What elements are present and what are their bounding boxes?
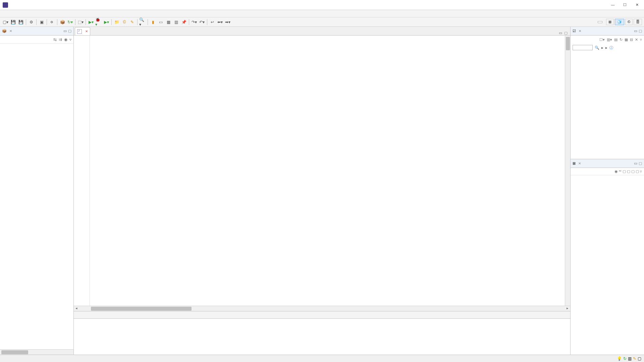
view-maximize-button[interactable]: ▢: [639, 161, 642, 166]
task-list-header: ☑ ✕ ▭ ▢: [571, 27, 644, 36]
toggle-block-button[interactable]: ▭: [157, 19, 164, 25]
console-content: [74, 319, 570, 355]
view-minimize-button[interactable]: ▭: [63, 29, 67, 33]
package-explorer-tree[interactable]: [0, 44, 73, 349]
view-minimize-button[interactable]: ▭: [634, 161, 637, 166]
hide-fields-button[interactable]: ▢: [623, 169, 626, 174]
close-button[interactable]: ✕: [634, 3, 640, 7]
new-source-button[interactable]: ✎: [129, 19, 136, 25]
database-perspective-button[interactable]: 🗄: [634, 19, 642, 25]
link-editor-button[interactable]: ⇉: [59, 37, 62, 42]
new-task-button[interactable]: ☐▾: [599, 38, 605, 42]
categorize-button[interactable]: ▥▾: [607, 38, 612, 42]
editor-tab[interactable]: ✕: [75, 27, 90, 35]
search-button[interactable]: 🔍▾: [139, 19, 146, 25]
toggle-mark-button[interactable]: ▮: [150, 19, 156, 25]
new-class-button[interactable]: ©: [121, 19, 128, 25]
new-package-button[interactable]: 📦: [59, 19, 66, 25]
view-close-icon[interactable]: ✕: [9, 29, 12, 33]
main-menu: [0, 10, 644, 17]
debug-mode-button[interactable]: ▣: [38, 19, 45, 25]
skip-breakpoints-button[interactable]: ⭘: [49, 19, 55, 25]
open-perspective-button[interactable]: ⊞: [606, 19, 614, 25]
eclipse-icon: [3, 2, 8, 8]
sort-button[interactable]: ᵃᶻ: [619, 169, 622, 174]
focus-active-button[interactable]: ◉: [614, 169, 618, 174]
new-button[interactable]: ▢▾: [2, 19, 9, 25]
help-icon[interactable]: ⓘ: [609, 45, 613, 50]
cpp-perspective-button[interactable]: ©: [625, 19, 633, 25]
package-explorer-icon: 📦: [2, 29, 7, 33]
task-list-toolbar: ☐▾ ▥▾ ▤ ↻ ▦ ⊟ ✕ ▿: [571, 36, 644, 44]
outline-icon: ⊞: [573, 161, 576, 166]
synchronize-button[interactable]: ↻: [620, 38, 623, 42]
tip-icon[interactable]: 💡: [617, 356, 622, 361]
editor-horizontal-scrollbar[interactable]: ◂ ▸: [74, 306, 570, 311]
outline-menu-button[interactable]: ▿: [640, 169, 642, 174]
open-type-button[interactable]: ⬚▾: [77, 19, 84, 25]
hide-static-button[interactable]: ▢: [627, 169, 630, 174]
package-explorer-header: 📦 ✕ ▭ ▢: [0, 27, 73, 36]
focus-task-button[interactable]: ◉: [64, 37, 67, 42]
outline-tree[interactable]: [571, 175, 644, 355]
view-maximize-button[interactable]: ▢: [68, 29, 71, 33]
task-menu-button[interactable]: ▿: [640, 38, 642, 42]
coverage-button[interactable]: ▶▾: [103, 19, 110, 25]
save-button[interactable]: 💾: [10, 19, 16, 25]
sync-icon[interactable]: ▥: [628, 356, 632, 361]
updates-icon[interactable]: ↻: [623, 356, 627, 361]
show-whitespace-button[interactable]: ▦: [165, 19, 172, 25]
task-search-button[interactable]: 🔍: [595, 46, 599, 50]
main-toolbar: ▢▾ 💾 💾 ⚙ ▣ ⭘ 📦 ↻▾ ⬚▾ ▶▾ 🐞▾ ▶▾ 📁 © ✎ 🔍▾ ▮…: [0, 17, 644, 27]
view-maximize-button[interactable]: ▢: [639, 29, 642, 33]
task-list-icon: ☑: [573, 29, 576, 33]
new-project-button[interactable]: 📁: [113, 19, 120, 25]
hide-nonpublic-button[interactable]: ▢: [631, 169, 635, 174]
pin-button[interactable]: 📌: [180, 19, 187, 25]
build-button[interactable]: ⚙: [28, 19, 35, 25]
editor-maximize-button[interactable]: ▢: [564, 31, 568, 35]
minimize-button[interactable]: —: [610, 3, 616, 7]
collapse-button[interactable]: ⊟: [630, 38, 633, 42]
java-file-icon: [77, 29, 82, 34]
outline-header: ⊞ ✕ ▭ ▢: [571, 159, 644, 168]
editor-minimize-button[interactable]: ▭: [559, 31, 562, 35]
forward-button[interactable]: ➡▾: [224, 19, 231, 25]
back-button[interactable]: ⬅▾: [217, 19, 223, 25]
task-find-input[interactable]: [573, 45, 593, 50]
next-annotation-button[interactable]: ↷▾: [191, 19, 198, 25]
schedule-button[interactable]: ▤: [614, 38, 618, 42]
run-button[interactable]: ▶▾: [88, 19, 94, 25]
hide-button[interactable]: ✕: [635, 38, 638, 42]
java-perspective-button[interactable]: 🧊: [615, 19, 624, 25]
collapse-all-button[interactable]: ⇆: [53, 37, 57, 42]
close-tab-icon[interactable]: ✕: [85, 29, 88, 33]
view-menu-button[interactable]: ▿: [69, 37, 71, 42]
debug-button[interactable]: 🐞▾: [95, 19, 102, 25]
maximize-button[interactable]: ☐: [622, 3, 628, 7]
task-filter-all[interactable]: ▸: [601, 46, 603, 50]
package-explorer-scrollbar[interactable]: [0, 349, 73, 355]
focus-workweek-button[interactable]: ▦: [625, 38, 628, 42]
save-all-button[interactable]: 💾: [17, 19, 24, 25]
last-edit-button[interactable]: ↩: [209, 19, 216, 25]
task-activate-button[interactable]: ▸: [605, 46, 607, 50]
editor-tabs: ✕ ▭ ▢: [74, 27, 570, 36]
window-titlebar: — ☐ ✕: [0, 0, 644, 10]
outline-toolbar: ◉ ᵃᶻ ▢ ▢ ▢ ▢ ▿: [571, 168, 644, 175]
show-source-button[interactable]: ▥: [173, 19, 179, 25]
error-log-icon[interactable]: ▢: [638, 356, 641, 361]
task-list-empty: [571, 52, 644, 159]
code-editor[interactable]: [74, 36, 570, 306]
outline-close-icon[interactable]: ✕: [578, 162, 581, 165]
bottom-tabs: [74, 311, 570, 319]
task-list-close-icon[interactable]: ✕: [579, 29, 581, 33]
editor-vertical-scrollbar[interactable]: [565, 36, 570, 306]
status-bar: 💡 ↻ ▥ ✎ ▢: [0, 355, 644, 362]
hide-local-button[interactable]: ▢: [636, 169, 639, 174]
view-minimize-button[interactable]: ▭: [634, 29, 637, 33]
build-status-icon[interactable]: ✎: [633, 356, 636, 361]
quick-access-input[interactable]: [598, 21, 602, 23]
prev-annotation-button[interactable]: ↶▾: [199, 19, 205, 25]
refresh-button[interactable]: ↻▾: [67, 19, 73, 25]
